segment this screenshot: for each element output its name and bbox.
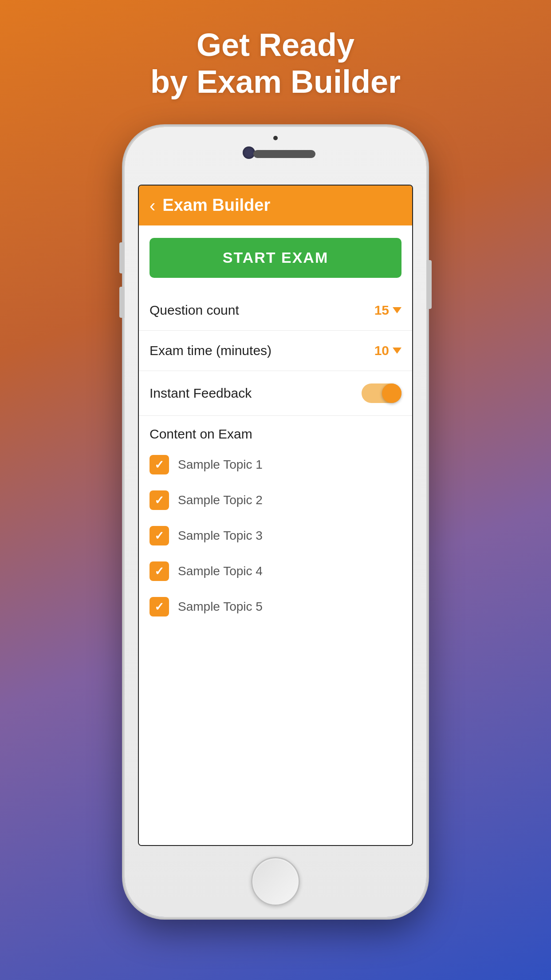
back-icon[interactable]: ‹ xyxy=(150,197,155,214)
power-button xyxy=(426,260,432,309)
exam-time-row: Exam time (minutes) 10 xyxy=(139,331,412,371)
checkmark-1: ✓ xyxy=(154,459,164,470)
phone-shell: ‹ Exam Builder START EXAM Question count… xyxy=(125,127,426,917)
instant-feedback-toggle[interactable] xyxy=(362,383,401,403)
topic-label-1: Sample Topic 1 xyxy=(178,458,263,472)
phone-dot xyxy=(273,136,278,140)
home-button[interactable] xyxy=(251,857,300,906)
checkmark-4: ✓ xyxy=(154,565,164,577)
list-item[interactable]: ✓ Sample Topic 2 xyxy=(139,482,412,518)
app-header: ‹ Exam Builder xyxy=(139,186,412,225)
toggle-track xyxy=(362,383,401,403)
question-count-dropdown-arrow xyxy=(393,307,401,313)
question-count-value: 15 xyxy=(374,303,389,318)
checkbox-2: ✓ xyxy=(150,490,169,510)
topic-label-2: Sample Topic 2 xyxy=(178,493,263,507)
checkmark-5: ✓ xyxy=(154,601,164,612)
list-item[interactable]: ✓ Sample Topic 1 xyxy=(139,447,412,482)
screen-content: START EXAM Question count 15 Exam time (… xyxy=(139,225,412,845)
exam-time-label: Exam time (minutes) xyxy=(150,343,272,358)
phone-bottom xyxy=(125,846,426,917)
phone-screen: ‹ Exam Builder START EXAM Question count… xyxy=(138,185,413,846)
list-item[interactable]: ✓ Sample Topic 5 xyxy=(139,589,412,624)
phone-speaker xyxy=(253,150,315,158)
exam-time-value: 10 xyxy=(374,343,389,358)
topics-list: ✓ Sample Topic 1 ✓ Sample Topic 2 ✓ Samp… xyxy=(139,447,412,624)
volume-up-button xyxy=(119,242,125,273)
topic-label-4: Sample Topic 4 xyxy=(178,564,263,578)
question-count-row: Question count 15 xyxy=(139,290,412,331)
headline: Get Ready by Exam Builder xyxy=(150,27,401,100)
headline-line2: by Exam Builder xyxy=(150,63,401,100)
start-exam-button[interactable]: START EXAM xyxy=(150,238,401,278)
topic-label-5: Sample Topic 5 xyxy=(178,600,263,614)
checkbox-3: ✓ xyxy=(150,526,169,545)
phone-top xyxy=(125,127,426,185)
question-count-selector[interactable]: 15 xyxy=(374,303,401,318)
checkbox-5: ✓ xyxy=(150,597,169,616)
checkmark-2: ✓ xyxy=(154,494,164,506)
list-item[interactable]: ✓ Sample Topic 3 xyxy=(139,518,412,553)
checkmark-3: ✓ xyxy=(154,530,164,541)
list-item[interactable]: ✓ Sample Topic 4 xyxy=(139,553,412,589)
exam-time-selector[interactable]: 10 xyxy=(374,343,401,358)
instant-feedback-label: Instant Feedback xyxy=(150,386,252,401)
app-title: Exam Builder xyxy=(162,196,270,215)
question-count-label: Question count xyxy=(150,303,239,318)
toggle-thumb xyxy=(382,383,401,403)
exam-time-dropdown-arrow xyxy=(393,348,401,354)
checkbox-4: ✓ xyxy=(150,561,169,581)
topic-label-3: Sample Topic 3 xyxy=(178,529,263,543)
instant-feedback-row: Instant Feedback xyxy=(139,371,412,416)
volume-down-button xyxy=(119,287,125,318)
checkbox-1: ✓ xyxy=(150,455,169,474)
content-section-header: Content on Exam xyxy=(139,416,412,447)
headline-line1: Get Ready xyxy=(150,27,401,63)
